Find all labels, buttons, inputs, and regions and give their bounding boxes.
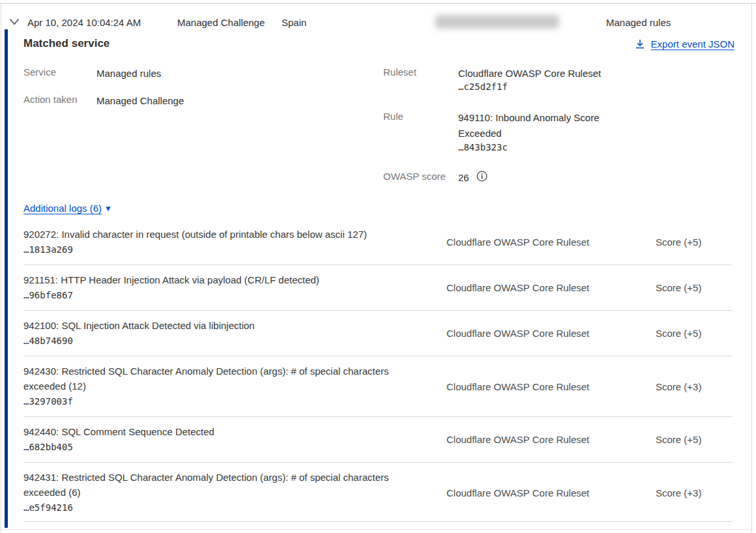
firewall-event-details: Apr 10, 2024 10:04:24 AM Managed Challen… [0,0,756,533]
log-rule-description: 920272: Invalid character in request (ou… [23,227,411,242]
log-ruleset: Cloudflare OWASP Core Ruleset [446,434,656,445]
log-rule-cell: 921151: HTTP Header Injection Attack via… [23,272,446,303]
log-rule-id: …682bb405 [23,439,446,455]
event-timestamp: Apr 10, 2024 10:04:24 AM [27,17,141,28]
log-row: 942430: Restricted SQL Character Anomaly… [23,356,733,417]
row-bottom-border [1,529,751,530]
log-row: 920272: Invalid character in request (ou… [23,220,733,265]
log-rule-id: …48b74690 [23,333,446,349]
log-rule-id: …3297003f [23,394,446,409]
log-rule-description: 942430: Restricted SQL Character Anomaly… [23,364,411,394]
triangle-down-icon: ▼ [104,204,112,213]
log-score: Score (+3) [656,487,733,498]
log-rule-id: …1813a269 [23,242,446,257]
log-rule-description: 942440: SQL Comment Sequence Detected [23,424,411,439]
log-rule-description: 921151: HTTP Header Injection Attack via… [23,272,411,287]
action-taken-label: Action taken [23,94,78,105]
log-row: 942431: Restricted SQL Character Anomaly… [23,463,733,523]
expanded-row-accent-bar [5,29,8,528]
ruleset-id: …c25d2f1f [458,81,508,92]
additional-logs-table: 920272: Invalid character in request (ou… [23,220,733,523]
service-value: Managed rules [96,66,161,81]
log-rule-description: 942100: SQL Injection Attack Detected vi… [23,318,411,333]
logs-bottom-divider [23,521,733,522]
log-row: 942440: SQL Comment Sequence Detected …6… [23,417,733,463]
log-score: Score (+5) [656,328,733,339]
log-rule-cell: 942430: Restricted SQL Character Anomaly… [23,364,446,409]
log-ruleset: Cloudflare OWASP Core Ruleset [446,487,656,498]
owasp-score-value: 26 [458,170,469,186]
rule-value: 949110: Inbound Anomaly Score Exceeded [458,110,615,141]
export-event-json-link[interactable]: Export event JSON [635,38,734,50]
log-row: 921151: HTTP Header Injection Attack via… [23,265,733,311]
event-action: Managed Challenge [177,17,265,28]
event-service: Managed rules [606,17,671,28]
log-rule-cell: 942100: SQL Injection Attack Detected vi… [23,318,446,349]
table-right-border [751,3,752,533]
additional-logs-toggle[interactable]: Additional logs (6) ▼ [23,203,112,214]
log-ruleset: Cloudflare OWASP Core Ruleset [446,282,656,293]
ruleset-label: Ruleset [383,66,416,78]
additional-logs-label: Additional logs (6) [23,203,102,214]
log-score: Score (+5) [656,282,733,293]
log-ruleset: Cloudflare OWASP Core Ruleset [446,237,656,248]
log-rule-cell: 920272: Invalid character in request (ou… [23,227,446,257]
rule-id: …843b323c [458,142,508,152]
table-top-border [0,3,756,4]
service-label: Service [23,66,56,78]
chevron-down-icon[interactable] [8,18,20,27]
owasp-score-label: OWASP score [383,171,446,182]
log-score: Score (+5) [656,434,733,445]
log-score: Score (+3) [656,381,733,392]
log-rule-cell: 942431: Restricted SQL Character Anomaly… [23,470,446,515]
log-rule-cell: 942440: SQL Comment Sequence Detected …6… [23,424,446,455]
log-score: Score (+5) [656,237,733,248]
action-taken-value: Managed Challenge [96,93,184,109]
panel-title: Matched service [23,37,109,50]
log-rule-id: …e5f94216 [23,500,446,515]
info-icon[interactable] [476,171,487,182]
redacted-value-blur [435,15,559,29]
event-country: Spain [282,17,306,28]
log-ruleset: Cloudflare OWASP Core Ruleset [446,381,656,392]
log-ruleset: Cloudflare OWASP Core Ruleset [446,328,656,339]
log-row: 942100: SQL Injection Attack Detected vi… [23,311,733,356]
ruleset-value: Cloudflare OWASP Core Ruleset [458,66,618,81]
rule-label: Rule [383,111,403,122]
log-rule-id: …96bfe867 [23,287,446,303]
export-link-label: Export event JSON [651,38,734,50]
table-left-border [1,3,1,533]
log-rule-description: 942431: Restricted SQL Character Anomaly… [23,470,411,500]
download-icon [635,39,645,50]
event-summary-row[interactable]: Apr 10, 2024 10:04:24 AM Managed Challen… [0,5,756,30]
